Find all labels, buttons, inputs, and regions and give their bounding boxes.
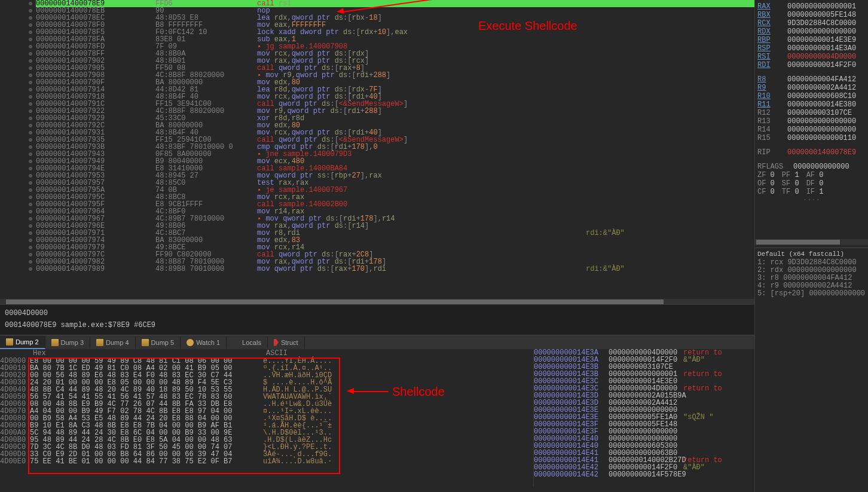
disasm-row[interactable]: 000000014000790FBA 80000000mov edx,80: [36, 79, 754, 86]
breakpoint-slot[interactable]: [29, 45, 32, 48]
disasm-row[interactable]: 00000001400079224C:8B8F 88020000mov r9,q…: [36, 108, 754, 115]
breakpoint-slot[interactable]: [29, 16, 32, 20]
disasm-row[interactable]: 000000014000796E49:8B06mov rax,qword ptr…: [36, 222, 754, 230]
disasm-row[interactable]: 000000014000798248:8B87 78010000mov rax,…: [36, 258, 754, 265]
breakpoint-slot[interactable]: [29, 203, 32, 206]
registers-scrollbar[interactable]: [755, 239, 868, 245]
disasm-row[interactable]: 00000001400078F5F0:0FC142 10lock xadd dw…: [36, 29, 754, 36]
breakpoint-slot[interactable]: [29, 102, 32, 106]
disasm-row[interactable]: 000000014000797CFF90 C8020000call qword …: [36, 251, 754, 258]
register-row[interactable]: RSI00000000004D0000: [757, 53, 866, 61]
disasm-row[interactable]: 00000001400079644C:8BF0mov r14,rax: [36, 208, 754, 215]
breakpoint-slot[interactable]: [29, 152, 32, 156]
breakpoint-slot[interactable]: [29, 224, 32, 228]
breakpoint-slot[interactable]: [29, 260, 32, 264]
register-row[interactable]: R140000000000000000: [757, 126, 866, 134]
disasm-row[interactable]: 0000000140007974BA 83000000mov edx,83: [36, 237, 754, 244]
register-row[interactable]: RBP000000000014E3E9: [757, 36, 866, 44]
register-row[interactable]: RDX0000000000000000: [757, 27, 866, 36]
disasm-row[interactable]: 00000001400079714C:8BC7mov r8,rdirdi:&"À…: [36, 230, 754, 237]
disasm-row[interactable]: 00000001400078FD7F 09▪ jg sample.1400079…: [36, 43, 754, 50]
disasm-row[interactable]: 0000000140007905FF50 08call qword ptr ds…: [36, 65, 754, 72]
breakpoint-slot[interactable]: [29, 195, 32, 199]
register-row[interactable]: R800000000004FA412: [757, 75, 866, 84]
disasm-row[interactable]: 00000001400079084C:8B8F 88020000▪ mov r9…: [36, 72, 754, 79]
tab-watch1[interactable]: Watch 1: [181, 337, 227, 349]
disasm-scrollbar-h[interactable]: [0, 299, 754, 305]
breakpoint-slot[interactable]: [29, 160, 32, 163]
disasm-row[interactable]: 000000014000791CFF15 3E941C00call qword …: [36, 100, 754, 108]
breakpoint-slot[interactable]: [29, 30, 32, 34]
breakpoint-slot[interactable]: [29, 181, 32, 185]
stack-row[interactable]: 000000000014E42000000000014F578E9: [534, 471, 754, 478]
register-row[interactable]: RSP000000000014E3A0: [757, 44, 866, 53]
register-row[interactable]: R120000000003107CE: [757, 109, 866, 117]
disasm-row[interactable]: 000000014000795748:85C0test rax,rax: [36, 179, 754, 187]
tab-dump4[interactable]: Dump 4: [90, 337, 136, 349]
disasm-row[interactable]: 000000014000791444:8D42 81lea r8d,qword …: [36, 86, 754, 93]
tab-dump3[interactable]: Dump 3: [45, 337, 91, 349]
tab-struct[interactable]: Struct: [268, 337, 305, 349]
breakpoint-slot[interactable]: [29, 231, 32, 235]
disasm-row[interactable]: 000000014000795348:8945 27mov qword ptr …: [36, 172, 754, 179]
breakpoint-slot[interactable]: [29, 38, 32, 41]
disasm-row[interactable]: 00000001400079674C:89B7 78010000▪ mov qw…: [36, 215, 754, 222]
breakpoint-slot[interactable]: [29, 246, 32, 249]
tab-dump5[interactable]: Dump 5: [136, 337, 181, 349]
stack-panel[interactable]: 000000000014E3A00000000004D0000return to…: [533, 349, 754, 487]
breakpoint-slot[interactable]: [29, 124, 32, 127]
breakpoint-slot[interactable]: [29, 117, 32, 120]
breakpoint-slot[interactable]: [29, 66, 32, 70]
disasm-row[interactable]: 000000014000794EE8 31410000call sample.1…: [36, 165, 754, 172]
breakpoint-slot[interactable]: [29, 81, 32, 84]
disasm-row[interactable]: 000000014000798948:89B8 70010000mov qwor…: [36, 265, 754, 273]
disassembly-panel[interactable]: 00000001400078E9FFD6call rsi000000014000…: [0, 0, 754, 305]
breakpoint-slot[interactable]: [29, 109, 32, 113]
breakpoint-slot[interactable]: [29, 9, 32, 13]
disasm-row[interactable]: 000000014000790248:8B01mov rax,qword ptr…: [36, 57, 754, 65]
disasm-row[interactable]: 00000001400078EC48:8D53 E8lea rdx,qword …: [36, 14, 754, 22]
tab-locals[interactable]: Locals: [227, 337, 268, 349]
breakpoint-slot[interactable]: [29, 74, 32, 77]
breakpoint-slot[interactable]: [29, 267, 32, 271]
registers-panel[interactable]: RAX0000000000000001RBX00000000005FE148RC…: [754, 0, 868, 492]
hex-dump-panel[interactable]: Hex ASCII 4D0000E8 00 00 00 00 59 49 89 …: [0, 349, 533, 487]
hex-row[interactable]: 4D00E075 EE 41 BE 01 00 00 00 44 84 77 3…: [0, 458, 533, 465]
disasm-row[interactable]: 000000014000797949:8BCEmov rcx,r14: [36, 244, 754, 251]
disasm-row[interactable]: 000000014000795C48:8BC8mov rcx,rax: [36, 194, 754, 201]
breakpoint-slot[interactable]: [29, 52, 32, 56]
breakpoint-slot[interactable]: [29, 167, 32, 170]
breakpoint-slot[interactable]: [29, 138, 32, 142]
disasm-row[interactable]: 000000014000792945:33C0xor r8d,r8d: [36, 115, 754, 122]
disasm-row[interactable]: 000000014000792CBA 80000000mov edx,80: [36, 122, 754, 129]
breakpoint-slot[interactable]: [29, 2, 32, 5]
breakpoint-slot[interactable]: [29, 95, 32, 99]
register-row[interactable]: R100000000000608C10: [757, 92, 866, 100]
breakpoint-slot[interactable]: [29, 145, 32, 149]
disasm-row[interactable]: 00000001400078FF48:8B0Amov rcx,qword ptr…: [36, 50, 754, 57]
disasm-row[interactable]: 00000001400078FA83E8 01sub eax,1: [36, 36, 754, 43]
breakpoint-slot[interactable]: [29, 253, 32, 256]
breakpoint-slot[interactable]: [29, 188, 32, 192]
breakpoint-slot[interactable]: [29, 174, 32, 178]
disasm-row[interactable]: 000000014000795A74 0B▪ je sample.1400079…: [36, 187, 754, 194]
breakpoint-slot[interactable]: [29, 217, 32, 221]
register-row[interactable]: R900000000002A4412: [757, 84, 866, 92]
disasm-row[interactable]: 000000014000795FE8 9CB1FFFFcall sample.1…: [36, 201, 754, 208]
breakpoint-slot[interactable]: [29, 239, 32, 242]
register-row[interactable]: RCX9D3D02884C8C0000: [757, 19, 866, 27]
breakpoint-slot[interactable]: [29, 131, 32, 135]
disasm-row[interactable]: 000000014000793B48:83BF 78010000 0cmp qw…: [36, 143, 754, 151]
register-row[interactable]: R130000000000000000: [757, 117, 866, 126]
register-row[interactable]: R150000000000000110: [757, 134, 866, 142]
register-row[interactable]: RAX0000000000000001: [757, 2, 866, 11]
register-row[interactable]: RBX00000000005FE148: [757, 11, 866, 19]
disasm-row[interactable]: 0000000140007949B9 80040000mov ecx,480: [36, 158, 754, 165]
breakpoint-slot[interactable]: [29, 88, 32, 91]
breakpoint-slot[interactable]: [29, 210, 32, 213]
breakpoint-slot[interactable]: [29, 59, 32, 63]
disasm-row[interactable]: 00000001400078EB90nop: [36, 7, 754, 14]
tab-dump2[interactable]: Dump 2: [0, 336, 45, 349]
breakpoint-slot[interactable]: [29, 23, 32, 27]
breakpoint-gutter[interactable]: [0, 0, 33, 305]
